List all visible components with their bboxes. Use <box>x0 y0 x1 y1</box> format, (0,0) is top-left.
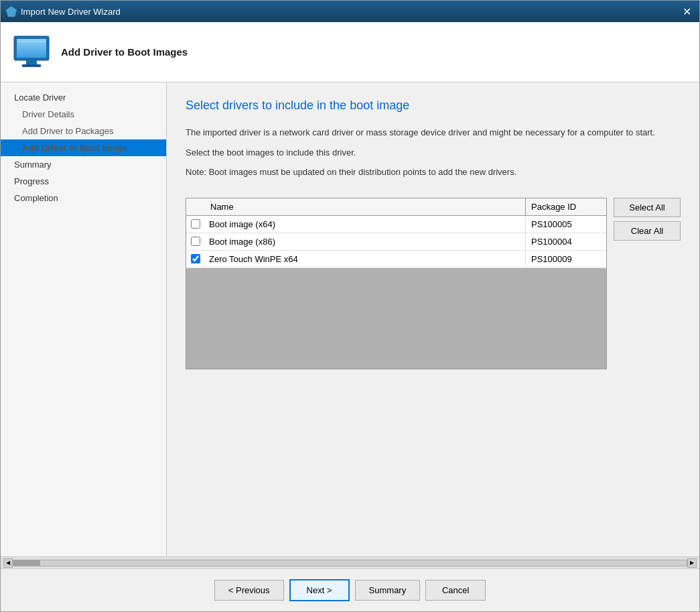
table-row: Zero Touch WinPE x64 PS100009 <box>186 251 606 268</box>
description-3: Note: Boot images must be updated on the… <box>186 166 681 179</box>
content-area: Select drivers to include in the boot im… <box>167 82 699 556</box>
table-empty-area <box>186 268 606 369</box>
table-row: Boot image (x64) PS100005 <box>186 216 606 233</box>
header-area: Add Driver to Boot Images <box>1 22 699 82</box>
next-button[interactable]: Next > <box>289 579 350 601</box>
row-3-checkbox-cell[interactable] <box>186 254 205 263</box>
row-1-checkbox[interactable] <box>191 219 200 229</box>
close-button[interactable]: ✕ <box>679 4 694 19</box>
sidebar-item-summary[interactable]: Summary <box>1 156 166 173</box>
previous-button[interactable]: < Previous <box>214 580 284 601</box>
table-section: Name Package ID Boot image (x64) PS10000… <box>186 198 681 369</box>
wizard-icon <box>6 6 17 17</box>
footer: < Previous Next > Summary Cancel <box>1 568 699 611</box>
row-2-name: Boot image (x86) <box>205 233 526 250</box>
checkbox-col-header <box>186 198 205 215</box>
sidebar-item-driver-details[interactable]: Driver Details <box>1 106 166 123</box>
col-pkgid-header: Package ID <box>526 198 606 215</box>
bottom-scrollbar: ◀ ▶ <box>1 556 699 568</box>
sidebar-item-add-to-boot-image[interactable]: Add Driver to Boot Image <box>1 139 166 156</box>
title-bar-left: Import New Driver Wizard <box>6 6 121 17</box>
row-1-checkbox-cell[interactable] <box>186 219 205 229</box>
row-2-checkbox-cell[interactable] <box>186 237 205 246</box>
row-2-checkbox[interactable] <box>191 237 200 246</box>
summary-button[interactable]: Summary <box>355 580 421 601</box>
row-1-name: Boot image (x64) <box>205 216 526 233</box>
table-row: Boot image (x86) PS100004 <box>186 233 606 251</box>
svg-rect-3 <box>26 60 37 64</box>
title-bar: Import New Driver Wizard ✕ <box>1 1 699 22</box>
boot-image-table: Name Package ID Boot image (x64) PS10000… <box>186 198 607 369</box>
sidebar: Locate Driver Driver Details Add Driver … <box>1 82 167 556</box>
wizard-window: Import New Driver Wizard ✕ Add Driver to… <box>0 0 700 612</box>
main-area: Locate Driver Driver Details Add Driver … <box>1 82 699 556</box>
select-all-button[interactable]: Select All <box>614 198 681 217</box>
clear-all-button[interactable]: Clear All <box>614 221 681 241</box>
window-title: Import New Driver Wizard <box>21 7 121 17</box>
header-title: Add Driver to Boot Images <box>61 46 188 58</box>
row-1-pkgid: PS100005 <box>526 216 606 233</box>
description-2: Select the boot images to include this d… <box>186 146 681 160</box>
scroll-right-arrow[interactable]: ▶ <box>687 558 697 568</box>
header-computer-icon <box>11 32 52 72</box>
scrollbar-thumb <box>13 560 40 566</box>
row-3-pkgid: PS100009 <box>526 251 606 267</box>
scroll-left-arrow[interactable]: ◀ <box>3 558 13 568</box>
row-2-pkgid: PS100004 <box>526 233 606 250</box>
cancel-button[interactable]: Cancel <box>425 580 486 601</box>
description-1: The imported driver is a network card dr… <box>186 126 681 139</box>
sidebar-item-completion[interactable]: Completion <box>1 190 166 206</box>
sidebar-item-locate-driver[interactable]: Locate Driver <box>1 89 166 106</box>
svg-rect-4 <box>22 64 41 67</box>
row-3-checkbox[interactable] <box>191 254 200 263</box>
table-header-row: Name Package ID <box>186 198 606 216</box>
scrollbar-track[interactable] <box>13 560 687 566</box>
side-buttons: Select All Clear All <box>614 198 681 369</box>
sidebar-item-progress[interactable]: Progress <box>1 173 166 190</box>
row-3-name: Zero Touch WinPE x64 <box>205 251 526 267</box>
content-title: Select drivers to include in the boot im… <box>186 99 681 113</box>
sidebar-item-add-to-packages[interactable]: Add Driver to Packages <box>1 123 166 139</box>
col-name-header: Name <box>205 198 526 215</box>
